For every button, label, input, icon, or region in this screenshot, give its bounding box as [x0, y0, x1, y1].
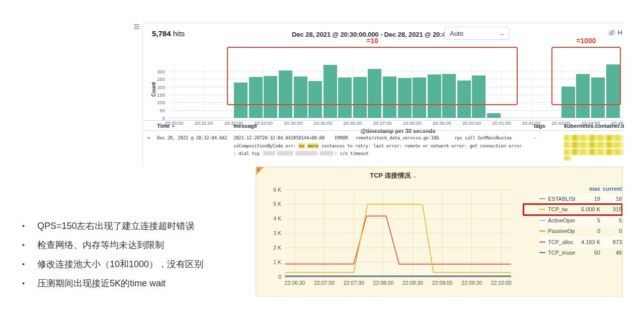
expand-caret-icon[interactable]: > [147, 134, 150, 142]
interval-value: Auto [450, 30, 463, 37]
column-header-time[interactable]: Time▲ [157, 121, 175, 131]
note-item: 压测期间出现接近5K的time wait [18, 277, 255, 290]
annotation-box-tcp-tw [523, 203, 623, 216]
grid-line [174, 64, 175, 118]
legend-row-TCP_inuse: TCP_inuse5049 [539, 248, 622, 259]
table-header: Time▲ message tags kubernetes.container.… [143, 120, 624, 131]
series-max: 50 [575, 250, 600, 256]
series-max: 4.183 K [575, 239, 600, 245]
y-tick-label: 200 [145, 85, 165, 90]
y-tick-label: 6 K [263, 187, 281, 193]
series-name[interactable]: TCP_inuse [548, 250, 575, 256]
y-tick-label: 50 [145, 108, 165, 113]
redacted-block [564, 149, 623, 155]
x-axis-line [168, 118, 624, 118]
column-header-message[interactable]: message [233, 121, 257, 131]
x-tick-label: 22:10:00 [486, 280, 517, 286]
x-tick-label: 22:07:30 [338, 280, 369, 286]
legend-row-ActiveOpens: ActiveOpens55 [539, 215, 622, 226]
eye-slash-icon [608, 30, 615, 36]
x-tick-label: 22:09:30 [456, 280, 488, 286]
highlight-more: more [307, 143, 319, 148]
y-tick-label: 5 K [263, 201, 281, 207]
hide-chart-label: H [618, 29, 622, 36]
series-color-dash [539, 220, 545, 221]
legend-row-PassiveOpens: PassiveOpens00 [539, 226, 622, 237]
kibana-discover-panel: 5,784 hits Dec 28, 2021 @ 20:30:00.000 -… [142, 23, 624, 166]
x-tick-label: 22:09:00 [427, 280, 458, 286]
series-color-dash [539, 252, 545, 253]
series-name[interactable]: PassiveOpens [548, 228, 575, 234]
series-color-dash [539, 198, 545, 199]
chart-legend: max current ESTABLISHED1918TCP_tw5.000 K… [539, 184, 622, 258]
series-current: 873 [600, 239, 622, 245]
x-tick-label: 22:08:00 [368, 280, 399, 286]
annotation-box-pool-10: =10 [227, 47, 518, 105]
x-tick-label: 22:08:30 [397, 280, 428, 286]
y-tick-label: 100 [145, 100, 165, 105]
hide-chart-link[interactable]: H [608, 29, 622, 36]
redacted-ip-segment [295, 151, 317, 155]
legend-row-ESTABLISHED: ESTABLISHED1918 [539, 193, 622, 204]
annotation-label: =1000 [552, 37, 620, 45]
y-tick-label: 3 K [263, 230, 281, 236]
sort-asc-icon: ▲ [171, 124, 175, 127]
x-tick-label: 22:06:30 [279, 280, 310, 286]
y-tick-label: 150 [145, 92, 165, 98]
drag-handle-icon[interactable] [134, 24, 140, 31]
highlight-no: no [298, 143, 304, 148]
series-current: 0 [600, 228, 622, 234]
y-tick-label: 2 K [263, 245, 281, 251]
redacted-ip-segment [277, 151, 293, 155]
series-current: 5 [600, 217, 622, 223]
series-name[interactable]: TCP_alloc [548, 239, 575, 245]
series-max: 0 [575, 228, 600, 234]
redacted-block [564, 156, 572, 161]
column-header-tags[interactable]: tags [534, 121, 545, 131]
redacted-ip-segment [319, 151, 334, 155]
legend-row-TCP_alloc: TCP_alloc4.183 K873 [539, 236, 622, 248]
grid-line [531, 64, 532, 118]
cell-time: Dec 28, 2021 @ 20:32:04.042 [157, 134, 227, 142]
legend-header-current[interactable]: current [600, 186, 622, 192]
hits-count: 5,784 hits [152, 29, 185, 38]
slide-canvas: 5,784 hits Dec 28, 2021 @ 20:30:00.000 -… [0, 0, 644, 316]
chevron-down-icon: ⌄ [499, 31, 505, 36]
legend-header: max current [539, 184, 622, 193]
series-current: 49 [600, 250, 622, 256]
x-tick-label: 22:07:00 [309, 280, 340, 286]
note-item: 检查网络、内存等均未达到限制 [18, 239, 255, 252]
series-name[interactable]: ActiveOpens [548, 217, 575, 223]
cell-tags: - [534, 134, 536, 142]
note-item: 修改连接池大小（10和1000），没有区别 [18, 258, 255, 271]
note-item: QPS=150左右出现了建立连接超时错误 [18, 220, 255, 232]
annotation-box-pool-1000: =1000 [551, 47, 621, 105]
series-max: 5 [575, 217, 600, 223]
redacted-block [564, 142, 623, 148]
grid-line [204, 64, 204, 118]
legend-header-max[interactable]: max [575, 186, 600, 192]
y-tick-label: 250 [145, 76, 165, 82]
cell-message: 2021-12-28T20:32:04.042850144+08:00 ERRO… [233, 134, 528, 158]
y-tick-label: 4 K [263, 215, 281, 221]
y-tick-label: 300 [145, 69, 165, 74]
notes-list: QPS=150左右出现了建立连接超时错误 检查网络、内存等均未达到限制 修改连接… [18, 220, 255, 296]
histogram-bar[interactable] [487, 113, 501, 118]
series-name[interactable]: ESTABLISHED [548, 196, 575, 202]
series-color-dash [539, 230, 545, 231]
y-tick-label: 1 K [263, 259, 281, 265]
redacted-block [564, 135, 623, 141]
series-current: 18 [600, 196, 622, 202]
series-max: 19 [575, 196, 600, 202]
grafana-tcp-panel: i TCP 连接情况⌄ 01 K2 K3 K4 K5 K6 K 22:06:30… [256, 167, 623, 296]
cell-k8s-image-redacted [564, 135, 623, 162]
y-tick-label: 0 [263, 274, 281, 280]
redacted-ip-segment [263, 151, 275, 155]
annotation-label: =10 [228, 37, 517, 45]
discover-histogram: Count @timestamp per 30 seconds =10 =100… [143, 42, 624, 118]
series-color-dash [539, 242, 545, 243]
column-header-k8s-image[interactable]: kubernetes.container.imag [564, 121, 624, 131]
